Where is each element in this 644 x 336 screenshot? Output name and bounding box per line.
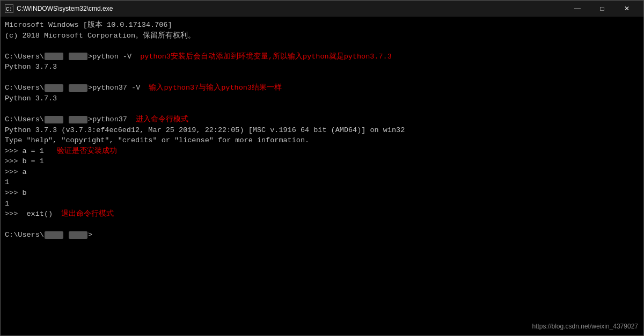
cmd-3: >python37 — [88, 115, 127, 123]
line-8: Python 3.7.3 — [5, 93, 639, 104]
svg-text:C:\: C:\ — [6, 6, 13, 12]
final-prompt: > — [88, 231, 92, 239]
window-title: C:\WINDOWS\system32\cmd.exe — [17, 5, 565, 12]
line-2: (c) 2018 Microsoft Corporation。保留所有权利。 — [5, 31, 639, 41]
line-13: >>> a = 1 验证是否安装成功 — [5, 146, 639, 157]
terminal-content[interactable]: Microsoft Windows [版本 10.0.17134.706] (c… — [1, 17, 643, 335]
line-19: >>> exit() 退出命令行模式 — [5, 209, 639, 220]
line-7: C:\Users\ >python37 -V 输入python37与输入pyth… — [5, 83, 639, 93]
line-5: Python 3.7.3 — [5, 62, 639, 72]
line-9 — [5, 104, 639, 115]
exit-cmd: >>> exit() — [5, 210, 53, 218]
line-3 — [5, 41, 639, 52]
line-17: >>> b — [5, 188, 639, 199]
line-11: Python 3.7.3 (v3.7.3:ef4ec6ed12, Mar 25 … — [5, 125, 639, 136]
prompt-1: C:\Users\ — [5, 53, 44, 61]
blurred-host-2 — [69, 84, 87, 92]
line-14: >>> b = 1 — [5, 156, 639, 167]
line-10: C:\Users\ >python37 进入命令行模式 — [5, 114, 639, 125]
line-15: >>> a — [5, 167, 639, 178]
titlebar: C:\ C:\WINDOWS\system32\cmd.exe — □ ✕ — [1, 1, 643, 17]
prompt-2: C:\Users\ — [5, 84, 44, 92]
comment-3: 进入命令行模式 — [127, 115, 188, 123]
blurred-user-2 — [45, 84, 63, 92]
window-controls: — □ ✕ — [565, 1, 639, 17]
comment-1: python3安装后会自动添加到环境变量,所以输入python就是python3… — [131, 53, 392, 61]
line-6 — [5, 72, 639, 83]
blurred-host-4 — [69, 231, 87, 239]
watermark: https://blog.csdn.net/weixin_4379027 — [532, 322, 638, 331]
sep-1 — [64, 53, 68, 61]
blurred-user-4 — [45, 231, 63, 239]
line-16: 1 — [5, 177, 639, 188]
sep-3 — [64, 115, 68, 123]
minimize-button[interactable]: — — [565, 1, 590, 17]
blurred-user-3 — [45, 116, 63, 123]
line-4: C:\Users\ >python -V python3安装后会自动添加到环境变… — [5, 52, 639, 62]
blurred-host-1 — [69, 53, 87, 60]
line-12: Type "help", "copyright", "credits" or "… — [5, 135, 639, 146]
comment-2: 输入python37与输入python3结果一样 — [140, 84, 282, 92]
cmd-2: >python37 -V — [88, 84, 140, 92]
line-18: 1 — [5, 199, 639, 209]
line-21: C:\Users\ > — [5, 230, 639, 240]
blurred-user-1 — [45, 53, 63, 60]
close-button[interactable]: ✕ — [614, 1, 639, 17]
maximize-button[interactable]: □ — [590, 1, 614, 17]
sep-4 — [64, 231, 68, 239]
cmd-1: >python -V — [88, 53, 131, 61]
prompt-4: C:\Users\ — [5, 231, 44, 239]
repl-prompt-1: >>> a = 1 — [5, 147, 44, 155]
blurred-host-3 — [69, 116, 87, 123]
line-1: Microsoft Windows [版本 10.0.17134.706] — [5, 20, 639, 31]
cmd-window: C:\ C:\WINDOWS\system32\cmd.exe — □ ✕ Mi… — [0, 0, 644, 336]
comment-4: 验证是否安装成功 — [44, 147, 117, 155]
cmd-icon: C:\ — [5, 4, 13, 13]
prompt-3: C:\Users\ — [5, 115, 44, 123]
comment-5: 退出命令行模式 — [53, 210, 114, 218]
sep-2 — [64, 84, 68, 92]
line-20 — [5, 220, 639, 230]
